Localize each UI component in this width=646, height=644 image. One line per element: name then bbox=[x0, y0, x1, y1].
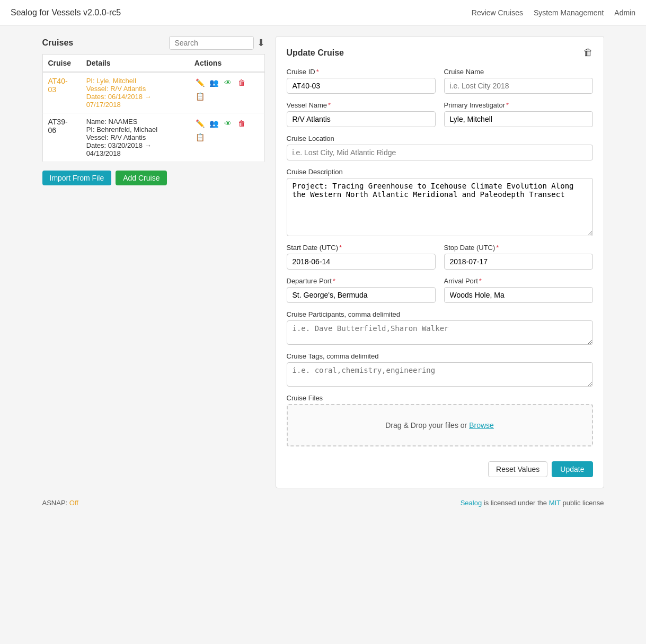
tags-label: Cruise Tags, comma delimited bbox=[287, 352, 593, 360]
footer: ASNAP: Off Sealog is licensed under the … bbox=[32, 499, 615, 507]
description-label: Cruise Description bbox=[287, 168, 593, 176]
cruise-detail-line3: Dates: 06/14/2018 → 07/17/2018 bbox=[86, 93, 184, 109]
drop-zone-text: Drag & Drop your files or bbox=[385, 421, 469, 430]
cruise-detail-line2: PI: Behrenfeld, Michael bbox=[86, 126, 184, 133]
add-cruise-button[interactable]: Add Cruise bbox=[116, 171, 167, 185]
cruise-name-label: Cruise Name bbox=[444, 68, 593, 76]
footer-license-text: is licensed under the bbox=[484, 499, 549, 507]
edit-button[interactable]: ✏️ bbox=[194, 77, 206, 88]
main-wrapper: Cruises ⬇ Cruise Details Actions AT40-03 bbox=[32, 36, 615, 488]
right-panel: Update Cruise 🗑 Cruise ID* Cruise Name V… bbox=[276, 36, 604, 488]
cruise-detail-line4: Dates: 03/20/2018 → 04/13/2018 bbox=[86, 141, 184, 157]
arrival-port-input[interactable] bbox=[444, 287, 593, 303]
delete-cruise-icon[interactable]: 🗑 bbox=[583, 47, 593, 58]
search-area: ⬇ bbox=[169, 36, 265, 50]
cruises-header: Cruises ⬇ bbox=[42, 36, 265, 50]
top-navigation: Sealog for Vessels v2.0.0-rc5 Review Cru… bbox=[0, 0, 646, 25]
field-start-date: Start Date (UTC)* bbox=[287, 244, 436, 270]
download-icon[interactable]: ⬇ bbox=[257, 37, 265, 49]
start-date-input[interactable] bbox=[287, 254, 436, 270]
field-description: Cruise Description bbox=[287, 168, 593, 236]
cruise-id-cell: AT39-06 bbox=[42, 113, 81, 162]
form-row-location: Cruise Location bbox=[287, 135, 593, 160]
nav-admin[interactable]: Admin bbox=[614, 8, 635, 17]
arrival-port-label: Arrival Port* bbox=[444, 277, 593, 285]
field-stop-date: Stop Date (UTC)* bbox=[444, 244, 593, 270]
form-row-vessel-pi: Vessel Name* Primary Investigator* bbox=[287, 101, 593, 127]
files-label: Cruise Files bbox=[287, 394, 593, 402]
stop-date-input[interactable] bbox=[444, 254, 593, 270]
cruises-table: Cruise Details Actions AT40-03 PI: Lyle,… bbox=[42, 54, 265, 162]
field-participants: Cruise Participants, comma delimited bbox=[287, 310, 593, 345]
cruise-id-link[interactable]: AT40-03 bbox=[48, 77, 68, 94]
import-button[interactable]: Import From File bbox=[42, 171, 112, 185]
form-row-files: Cruise Files Drag & Drop your files or B… bbox=[287, 394, 593, 454]
cruise-id-cell: AT40-03 bbox=[42, 72, 81, 113]
action-icons: ✏️ 👥 👁 🗑 📋 bbox=[194, 118, 259, 143]
browse-link[interactable]: Browse bbox=[469, 421, 494, 430]
nav-links: Review Cruises System Management Admin bbox=[472, 8, 635, 17]
cruise-id-input[interactable] bbox=[287, 78, 436, 94]
cruises-panel-title: Cruises bbox=[42, 38, 74, 48]
nav-system-management[interactable]: System Management bbox=[534, 8, 604, 17]
form-actions: Reset Values Update bbox=[287, 461, 593, 477]
copy-button[interactable]: 📋 bbox=[194, 91, 206, 102]
pi-label: Primary Investigator* bbox=[444, 101, 593, 109]
tags-textarea[interactable] bbox=[287, 362, 593, 387]
field-pi: Primary Investigator* bbox=[444, 101, 593, 127]
asnap-label: ASNAP: bbox=[42, 499, 68, 507]
view-button[interactable]: 👁 bbox=[222, 77, 234, 88]
form-row-dates: Start Date (UTC)* Stop Date (UTC)* bbox=[287, 244, 593, 270]
table-actions: Import From File Add Cruise bbox=[42, 171, 265, 185]
search-input[interactable] bbox=[169, 36, 254, 50]
delete-button[interactable]: 🗑 bbox=[236, 77, 247, 88]
delete-button[interactable]: 🗑 bbox=[236, 118, 247, 129]
cruise-id-text: AT39-06 bbox=[48, 118, 68, 135]
footer-left: ASNAP: Off bbox=[42, 499, 78, 507]
departure-port-input[interactable] bbox=[287, 287, 436, 303]
nav-review-cruises[interactable]: Review Cruises bbox=[472, 8, 523, 17]
action-icons: ✏️ 👥 👁 🗑 📋 bbox=[194, 77, 259, 102]
cruise-id-label: Cruise ID* bbox=[287, 68, 436, 76]
col-details: Details bbox=[81, 55, 189, 73]
table-row: AT40-03 PI: Lyle, Mitchell Vessel: R/V A… bbox=[42, 72, 264, 113]
form-row-participants: Cruise Participants, comma delimited bbox=[287, 310, 593, 345]
description-textarea[interactable] bbox=[287, 178, 593, 236]
field-cruise-name: Cruise Name bbox=[444, 68, 593, 94]
participants-textarea[interactable] bbox=[287, 320, 593, 345]
people-button[interactable]: 👥 bbox=[208, 118, 220, 129]
app-title: Sealog for Vessels v2.0.0-rc5 bbox=[11, 8, 121, 17]
copy-button[interactable]: 📋 bbox=[194, 131, 206, 143]
reset-button[interactable]: Reset Values bbox=[488, 461, 547, 477]
asnap-value: Off bbox=[69, 499, 78, 507]
view-button[interactable]: 👁 bbox=[222, 118, 234, 129]
cruise-name-input[interactable] bbox=[444, 78, 593, 94]
pi-input[interactable] bbox=[444, 111, 593, 127]
update-panel-title: Update Cruise bbox=[287, 48, 344, 58]
field-departure-port: Departure Port* bbox=[287, 277, 436, 303]
people-button[interactable]: 👥 bbox=[208, 77, 220, 88]
location-label: Cruise Location bbox=[287, 135, 593, 142]
field-location: Cruise Location bbox=[287, 135, 593, 160]
footer-right: Sealog is licensed under the MIT public … bbox=[461, 499, 604, 507]
form-row-ports: Departure Port* Arrival Port* bbox=[287, 277, 593, 303]
edit-button[interactable]: ✏️ bbox=[194, 118, 206, 129]
cruise-detail-line1: Name: NAAMES bbox=[86, 118, 184, 126]
stop-date-label: Stop Date (UTC)* bbox=[444, 244, 593, 252]
field-arrival-port: Arrival Port* bbox=[444, 277, 593, 303]
sealog-link[interactable]: Sealog bbox=[461, 499, 482, 507]
table-row: AT39-06 Name: NAAMES PI: Behrenfeld, Mic… bbox=[42, 113, 264, 162]
update-button[interactable]: Update bbox=[552, 461, 592, 477]
cruise-detail-cell: PI: Lyle, Mitchell Vessel: R/V Atlantis … bbox=[81, 72, 189, 113]
field-vessel-name: Vessel Name* bbox=[287, 101, 436, 127]
location-input[interactable] bbox=[287, 145, 593, 160]
vessel-name-input[interactable] bbox=[287, 111, 436, 127]
file-drop-zone[interactable]: Drag & Drop your files or Browse bbox=[287, 404, 593, 446]
cruise-detail-line1: PI: Lyle, Mitchell bbox=[86, 77, 184, 85]
cruise-actions-cell: ✏️ 👥 👁 🗑 📋 bbox=[189, 113, 264, 162]
start-date-label: Start Date (UTC)* bbox=[287, 244, 436, 252]
mit-link[interactable]: MIT bbox=[549, 499, 561, 507]
form-row-tags: Cruise Tags, comma delimited bbox=[287, 352, 593, 387]
col-cruise: Cruise bbox=[42, 55, 81, 73]
cruise-detail-line2: Vessel: R/V Atlantis bbox=[86, 85, 184, 93]
